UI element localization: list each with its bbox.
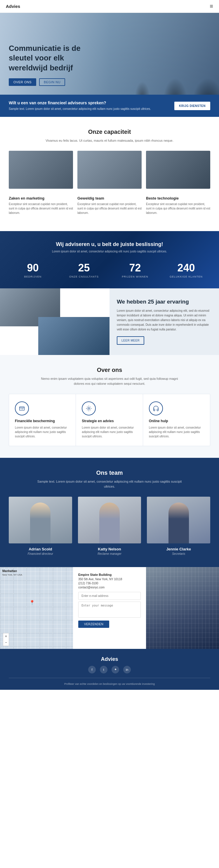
message-input[interactable] [78, 601, 141, 618]
building-grid-overlay [146, 567, 219, 649]
twitter-icon[interactable]: t [100, 666, 107, 674]
services-grid: Financiële bescherming Lorem ipsum dolor… [9, 394, 210, 446]
stat-consultants-label: ONZE CNSULTANTS [60, 275, 108, 278]
advisors-text: Wilt u een van onze financieel adviseurs… [9, 100, 168, 111]
experience-section: We hebben 25 jaar ervaring Lorem ipsum d… [0, 288, 219, 355]
hero-section: Communicatie is de sleutel voor elk were… [0, 13, 219, 95]
experience-content: We hebben 25 jaar ervaring Lorem ipsum d… [110, 288, 219, 355]
stat-awards-label: PRIJZEN WINNEN [111, 275, 159, 278]
stat-consultants-number: 25 [60, 262, 108, 274]
service-financial-title: Financiële bescherming [15, 419, 70, 423]
get-services-button[interactable]: KRIJG DIENSTEN [174, 102, 210, 110]
team-member-3: Jennie Clarke Secretaris [147, 497, 210, 555]
team-role-1: Financieel directeur [9, 552, 72, 555]
footer-logo: Advies [9, 656, 210, 662]
advisors-banner: Wilt u een van onze financieel adviseurs… [0, 95, 219, 117]
contact-building-name: Empire State Building [78, 573, 141, 577]
service-strategy-title: Strategie en advies [82, 419, 137, 423]
service-strategy-text: Lorem ipsum dolor sit amet, consectetur … [82, 425, 137, 438]
learn-more-button[interactable]: LEER MEER [117, 336, 144, 345]
about-subtitle: Nemo enim ipsam voluptatem quia voluptas… [36, 376, 183, 386]
stats-grid: 90 BEDRIJVEN 25 ONZE CNSULTANTS 72 PRIJZ… [9, 262, 210, 278]
stat-companies: 90 BEDRIJVEN [9, 262, 57, 278]
capacity-item-2-title: Geweldig team [77, 196, 142, 200]
capacity-item-3-text: Excepteur sint occaecat cupidat non proi… [146, 202, 210, 215]
stats-headline: Wij adviseren u, u belt de juiste beslis… [9, 241, 210, 247]
capacity-item-2: Geweldig team Excepteur sint occaecat cu… [77, 193, 142, 215]
team-grid: Adrian Scold Financieel directeur Katty … [9, 497, 210, 555]
advisors-body: Sample text. Lorem ipsum dolor sit amet,… [9, 106, 168, 111]
capacity-image-1 [9, 151, 73, 189]
capacity-image-2 [77, 151, 142, 189]
service-financial: Financiële bescherming Lorem ipsum dolor… [9, 394, 76, 446]
stat-companies-label: BEDRIJVEN [9, 275, 57, 278]
svg-point-1 [88, 408, 90, 409]
team-name-3: Jennie Clarke [147, 547, 210, 551]
hero-buttons: OVER ONS BEGIN NU [9, 78, 102, 86]
experience-title: We hebben 25 jaar ervaring [117, 299, 212, 305]
hamburger-menu-icon[interactable]: ≡ [210, 3, 213, 10]
team-name-2: Katty Nelson [78, 547, 141, 551]
team-name-1: Adrian Scold [9, 547, 72, 551]
footer-top: Advies f t ✦ in [9, 656, 210, 678]
capacity-images-grid [9, 151, 210, 189]
capacity-item-1: Zaken en marketing Excepteur sint occaec… [9, 193, 73, 215]
map-grid [0, 567, 73, 649]
team-role-2: Reclame manager [78, 552, 141, 555]
financial-protection-icon [15, 401, 29, 415]
strategy-icon [82, 401, 96, 415]
team-photo-2 [78, 497, 141, 544]
online-help-icon [149, 401, 163, 415]
contact-building-image [146, 567, 219, 649]
about-us-button[interactable]: OVER ONS [9, 78, 36, 86]
stat-clients: 240 GELUKKIGE KLANTEN [162, 262, 210, 278]
zoom-in-button[interactable]: + [3, 633, 9, 640]
experience-image-bottom [38, 317, 110, 355]
capacity-section: Onze capaciteit Vivamus eu felis lacus. … [0, 117, 219, 231]
capacity-item-1-title: Zaken en marketing [9, 196, 73, 200]
zoom-out-button[interactable]: − [3, 640, 9, 646]
capacity-item-3: Beste technologie Excepteur sint occaeca… [146, 193, 210, 215]
map-zoom-controls[interactable]: + − [3, 633, 9, 646]
stat-clients-label: GELUKKIGE KLANTEN [162, 275, 210, 278]
team-member-1: Adrian Scold Financieel directeur [9, 497, 72, 555]
footer: Advies f t ✦ in Profiteer van echte voor… [0, 649, 219, 690]
stat-awards-number: 72 [111, 262, 159, 274]
contact-map: Manhattan New York, NY USA 📍 + − [0, 567, 73, 649]
svg-rect-0 [20, 407, 25, 410]
email-input[interactable] [78, 592, 141, 600]
team-photo-3 [147, 497, 210, 544]
person-silhouette-3 [168, 502, 189, 544]
person-silhouette-2 [99, 502, 120, 544]
footer-tagline: Profiteer van echte voordelen en besliss… [9, 681, 210, 685]
team-role-3: Secretaris [147, 552, 210, 555]
contact-street: 350 5th Ave, New York, NY 10118 [78, 578, 141, 581]
hero-title: Communicatie is de sleutel voor elk were… [9, 43, 102, 73]
linkedin-icon[interactable]: in [123, 666, 131, 674]
map-address-label: New York, NY USA [2, 574, 22, 576]
contact-section: Manhattan New York, NY USA 📍 + − Empire … [0, 567, 219, 649]
team-section: Ons team Sample text. Lorem ipsum dolor … [0, 458, 219, 567]
experience-text: Lorem ipsum dolor sit amet, consectetur … [117, 309, 212, 332]
map-pin-icon: 📍 [29, 600, 35, 606]
contact-form-area: Empire State Building 350 5th Ave, New Y… [73, 567, 146, 649]
service-online: Online hulp Lorem ipsum dolor sit amet, … [143, 394, 210, 446]
send-button[interactable]: VERZENDEN [78, 621, 109, 628]
contact-email-address: contact@esnyc.com [78, 586, 141, 589]
capacity-subtitle: Vivamus eu felis lacus. Ut curtas, mauri… [36, 138, 183, 144]
capacity-image-3 [146, 151, 210, 189]
start-button[interactable]: BEGIN NU [39, 78, 65, 86]
team-title: Ons team [9, 469, 210, 476]
capacity-items-grid: Zaken en marketing Excepteur sint occaec… [9, 193, 210, 215]
stat-consultants: 25 ONZE CNSULTANTS [60, 262, 108, 278]
advisors-heading: Wilt u een van onze financieel adviseurs… [9, 100, 168, 105]
team-member-2: Katty Nelson Reclame manager [78, 497, 141, 555]
navbar: Advies ≡ [0, 0, 219, 13]
map-city-label: Manhattan [2, 569, 17, 572]
instagram-icon[interactable]: ✦ [112, 666, 119, 674]
service-strategy: Strategie en advies Lorem ipsum dolor si… [76, 394, 143, 446]
capacity-item-3-title: Beste technologie [146, 196, 210, 200]
about-section: Over ons Nemo enim ipsam voluptatem quia… [0, 355, 219, 458]
facebook-icon[interactable]: f [88, 666, 96, 674]
capacity-item-1-text: Excepteur sint occaecat cupidat non proi… [9, 202, 73, 215]
